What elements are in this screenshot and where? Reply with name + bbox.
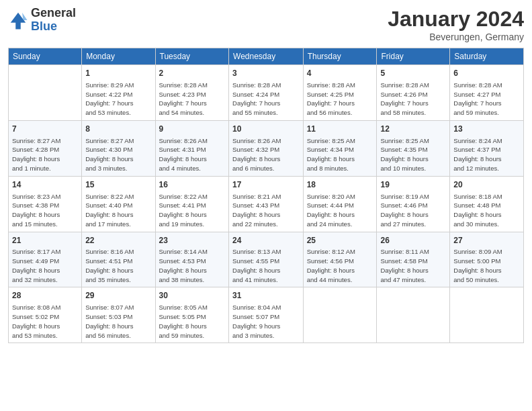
- calendar-cell: 18Sunrise: 8:20 AM Sunset: 4:44 PM Dayli…: [303, 176, 377, 232]
- logo-general-text: General: [31, 7, 76, 20]
- day-info: Sunrise: 8:22 AM Sunset: 4:41 PM Dayligh…: [159, 192, 226, 229]
- day-number: 4: [307, 68, 373, 79]
- day-number: 22: [85, 235, 151, 246]
- day-info: Sunrise: 8:13 AM Sunset: 4:55 PM Dayligh…: [232, 247, 300, 284]
- calendar-table: Sunday Monday Tuesday Wednesday Thursday…: [8, 48, 524, 343]
- calendar-cell: 24Sunrise: 8:13 AM Sunset: 4:55 PM Dayli…: [229, 232, 304, 287]
- calendar-cell: 26Sunrise: 8:11 AM Sunset: 4:58 PM Dayli…: [377, 232, 450, 287]
- day-number: 14: [12, 179, 78, 191]
- day-number: 9: [159, 124, 226, 135]
- day-number: 29: [85, 290, 151, 302]
- col-friday: Friday: [377, 48, 450, 65]
- col-saturday: Saturday: [450, 48, 524, 65]
- day-number: 6: [453, 68, 520, 79]
- calendar-cell: [303, 287, 377, 343]
- day-info: Sunrise: 8:25 AM Sunset: 4:34 PM Dayligh…: [307, 136, 373, 173]
- calendar-cell: [377, 287, 450, 343]
- col-monday: Monday: [82, 48, 155, 65]
- calendar-week-1: 1Sunrise: 8:29 AM Sunset: 4:22 PM Daylig…: [9, 65, 524, 121]
- calendar-cell: 10Sunrise: 8:26 AM Sunset: 4:32 PM Dayli…: [229, 120, 304, 176]
- logo: General Blue: [8, 7, 76, 34]
- month-title: January 2024: [388, 7, 524, 32]
- day-info: Sunrise: 8:08 AM Sunset: 5:02 PM Dayligh…: [12, 303, 78, 340]
- day-number: 21: [12, 235, 78, 246]
- logo-blue-text: Blue: [31, 20, 76, 34]
- day-number: 10: [232, 124, 300, 135]
- calendar-cell: 25Sunrise: 8:12 AM Sunset: 4:56 PM Dayli…: [303, 232, 377, 287]
- calendar-cell: 21Sunrise: 8:17 AM Sunset: 4:49 PM Dayli…: [9, 232, 82, 287]
- header: General Blue January 2024 Beverungen, Ge…: [8, 7, 524, 42]
- day-number: 15: [85, 179, 151, 191]
- header-row: Sunday Monday Tuesday Wednesday Thursday…: [9, 48, 524, 65]
- calendar-week-4: 21Sunrise: 8:17 AM Sunset: 4:49 PM Dayli…: [9, 232, 524, 287]
- calendar-cell: 4Sunrise: 8:28 AM Sunset: 4:25 PM Daylig…: [303, 65, 377, 121]
- day-info: Sunrise: 8:04 AM Sunset: 5:07 PM Dayligh…: [232, 303, 300, 340]
- calendar-cell: 30Sunrise: 8:05 AM Sunset: 5:05 PM Dayli…: [155, 287, 229, 343]
- day-number: 23: [159, 235, 226, 246]
- day-info: Sunrise: 8:27 AM Sunset: 4:30 PM Dayligh…: [85, 136, 151, 173]
- calendar-cell: 28Sunrise: 8:08 AM Sunset: 5:02 PM Dayli…: [9, 287, 82, 343]
- day-number: 7: [12, 124, 78, 135]
- day-number: 27: [453, 235, 520, 246]
- calendar-cell: 6Sunrise: 8:28 AM Sunset: 4:27 PM Daylig…: [450, 65, 524, 121]
- day-number: 2: [159, 68, 226, 79]
- day-number: 12: [380, 124, 446, 135]
- calendar-cell: 7Sunrise: 8:27 AM Sunset: 4:28 PM Daylig…: [9, 120, 82, 176]
- day-info: Sunrise: 8:28 AM Sunset: 4:26 PM Dayligh…: [380, 81, 446, 118]
- day-number: 18: [307, 179, 373, 191]
- calendar-cell: 12Sunrise: 8:25 AM Sunset: 4:35 PM Dayli…: [377, 120, 450, 176]
- day-number: 17: [232, 179, 300, 191]
- day-number: 16: [159, 179, 226, 191]
- calendar-cell: 1Sunrise: 8:29 AM Sunset: 4:22 PM Daylig…: [82, 65, 155, 121]
- day-info: Sunrise: 8:28 AM Sunset: 4:25 PM Dayligh…: [307, 81, 373, 118]
- calendar-cell: 19Sunrise: 8:19 AM Sunset: 4:46 PM Dayli…: [377, 176, 450, 232]
- day-number: 8: [85, 124, 151, 135]
- title-block: January 2024 Beverungen, Germany: [388, 7, 524, 42]
- calendar-cell: 9Sunrise: 8:26 AM Sunset: 4:31 PM Daylig…: [155, 120, 229, 176]
- day-number: 31: [232, 290, 300, 302]
- calendar-cell: [9, 65, 82, 121]
- location: Beverungen, Germany: [388, 32, 524, 42]
- day-info: Sunrise: 8:17 AM Sunset: 4:49 PM Dayligh…: [12, 247, 78, 284]
- day-number: 13: [453, 124, 520, 135]
- calendar-cell: 2Sunrise: 8:28 AM Sunset: 4:23 PM Daylig…: [155, 65, 229, 121]
- calendar-cell: 5Sunrise: 8:28 AM Sunset: 4:26 PM Daylig…: [377, 65, 450, 121]
- calendar-cell: 20Sunrise: 8:18 AM Sunset: 4:48 PM Dayli…: [450, 176, 524, 232]
- day-info: Sunrise: 8:25 AM Sunset: 4:35 PM Dayligh…: [380, 136, 446, 173]
- logo-text: General Blue: [31, 7, 76, 34]
- day-info: Sunrise: 8:19 AM Sunset: 4:46 PM Dayligh…: [380, 192, 446, 229]
- logo-icon: [8, 10, 28, 30]
- day-info: Sunrise: 8:12 AM Sunset: 4:56 PM Dayligh…: [307, 247, 373, 284]
- day-number: 11: [307, 124, 373, 135]
- day-info: Sunrise: 8:20 AM Sunset: 4:44 PM Dayligh…: [307, 192, 373, 229]
- col-sunday: Sunday: [9, 48, 82, 65]
- day-info: Sunrise: 8:14 AM Sunset: 4:53 PM Dayligh…: [159, 247, 226, 284]
- day-info: Sunrise: 8:05 AM Sunset: 5:05 PM Dayligh…: [159, 303, 226, 340]
- day-info: Sunrise: 8:18 AM Sunset: 4:48 PM Dayligh…: [453, 192, 520, 229]
- day-info: Sunrise: 8:16 AM Sunset: 4:51 PM Dayligh…: [85, 247, 151, 284]
- calendar-cell: 23Sunrise: 8:14 AM Sunset: 4:53 PM Dayli…: [155, 232, 229, 287]
- day-number: 30: [159, 290, 226, 302]
- day-info: Sunrise: 8:29 AM Sunset: 4:22 PM Dayligh…: [85, 81, 151, 118]
- calendar-week-5: 28Sunrise: 8:08 AM Sunset: 5:02 PM Dayli…: [9, 287, 524, 343]
- day-number: 3: [232, 68, 300, 79]
- day-info: Sunrise: 8:26 AM Sunset: 4:31 PM Dayligh…: [159, 136, 226, 173]
- day-number: 25: [307, 235, 373, 246]
- calendar-cell: 29Sunrise: 8:07 AM Sunset: 5:03 PM Dayli…: [82, 287, 155, 343]
- day-info: Sunrise: 8:09 AM Sunset: 5:00 PM Dayligh…: [453, 247, 520, 284]
- col-tuesday: Tuesday: [155, 48, 229, 65]
- day-info: Sunrise: 8:27 AM Sunset: 4:28 PM Dayligh…: [12, 136, 78, 173]
- day-number: 26: [380, 235, 446, 246]
- day-info: Sunrise: 8:21 AM Sunset: 4:43 PM Dayligh…: [232, 192, 300, 229]
- calendar-cell: 11Sunrise: 8:25 AM Sunset: 4:34 PM Dayli…: [303, 120, 377, 176]
- day-number: 24: [232, 235, 300, 246]
- calendar-cell: 8Sunrise: 8:27 AM Sunset: 4:30 PM Daylig…: [82, 120, 155, 176]
- day-info: Sunrise: 8:26 AM Sunset: 4:32 PM Dayligh…: [232, 136, 300, 173]
- day-info: Sunrise: 8:28 AM Sunset: 4:23 PM Dayligh…: [159, 81, 226, 118]
- day-info: Sunrise: 8:28 AM Sunset: 4:24 PM Dayligh…: [232, 81, 300, 118]
- calendar-week-3: 14Sunrise: 8:23 AM Sunset: 4:38 PM Dayli…: [9, 176, 524, 232]
- day-info: Sunrise: 8:22 AM Sunset: 4:40 PM Dayligh…: [85, 192, 151, 229]
- day-number: 19: [380, 179, 446, 191]
- calendar-week-2: 7Sunrise: 8:27 AM Sunset: 4:28 PM Daylig…: [9, 120, 524, 176]
- day-info: Sunrise: 8:28 AM Sunset: 4:27 PM Dayligh…: [453, 81, 520, 118]
